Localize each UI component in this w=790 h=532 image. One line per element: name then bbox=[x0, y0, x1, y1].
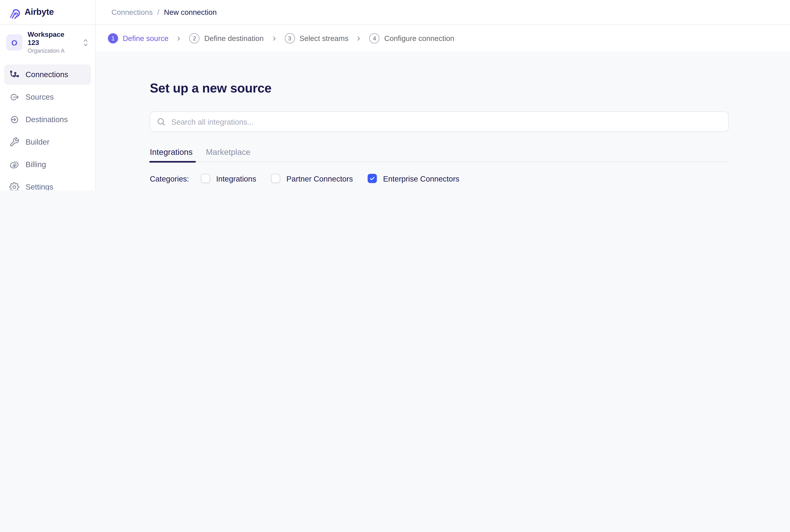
step-label: Configure connection bbox=[384, 34, 454, 42]
brand-wordmark: Airbyte bbox=[24, 7, 54, 17]
filter-integrations[interactable]: Integrations bbox=[201, 174, 256, 183]
filter-label: Enterprise Connectors bbox=[383, 174, 459, 183]
filter-enterprise-connectors[interactable]: Enterprise Connectors bbox=[368, 174, 459, 183]
category-filters: Categories: Integrations Partner Connect… bbox=[150, 174, 729, 183]
wizard-stepper: 1 Define source 2 Define destination 3 S… bbox=[96, 25, 790, 52]
chevron-right-icon bbox=[356, 35, 362, 42]
step-number: 4 bbox=[370, 33, 380, 43]
categories-label: Categories: bbox=[150, 174, 189, 183]
connections-icon bbox=[9, 69, 19, 79]
search-icon bbox=[156, 117, 166, 126]
chevron-right-icon bbox=[271, 35, 277, 42]
checkbox-unchecked[interactable] bbox=[201, 174, 210, 183]
billing-credits-icon bbox=[9, 159, 19, 169]
breadcrumb-separator: / bbox=[157, 8, 159, 16]
sidebar-item-connections[interactable]: Connections bbox=[4, 64, 91, 84]
brand-logo-row: Airbyte bbox=[0, 0, 95, 25]
step-label: Define destination bbox=[204, 34, 264, 42]
airbyte-logo-icon bbox=[7, 6, 21, 19]
workspace-avatar: O bbox=[6, 34, 22, 51]
workspace-name: Workspace 123 bbox=[27, 31, 77, 48]
breadcrumb-current: New connection bbox=[164, 8, 217, 16]
builder-wrench-icon bbox=[9, 137, 19, 147]
workspace-org: Organization A bbox=[27, 47, 77, 55]
search-input[interactable] bbox=[170, 117, 722, 127]
sidebar-item-settings[interactable]: Settings bbox=[4, 177, 91, 190]
sidebar-item-label: Builder bbox=[25, 138, 50, 147]
step-number: 1 bbox=[108, 33, 118, 43]
checkbox-checked[interactable] bbox=[368, 174, 377, 183]
sidebar-nav: Connections Sources Destinations Builder bbox=[0, 60, 95, 190]
chevron-right-icon bbox=[175, 35, 182, 42]
search-bar bbox=[150, 112, 729, 132]
step-define-source[interactable]: 1 Define source bbox=[108, 33, 168, 43]
main-area: Connections / New connection 1 Define so… bbox=[96, 0, 790, 190]
sidebar-item-billing[interactable]: Billing bbox=[4, 154, 91, 175]
breadcrumb-connections-link[interactable]: Connections bbox=[112, 8, 153, 16]
workspace-selector[interactable]: O Workspace 123 Organization A bbox=[0, 25, 95, 60]
sidebar-item-destinations[interactable]: Destinations bbox=[4, 109, 91, 130]
sidebar-item-label: Destinations bbox=[25, 115, 68, 124]
settings-gear-icon bbox=[9, 182, 19, 190]
step-number: 2 bbox=[189, 33, 200, 43]
sidebar-item-label: Billing bbox=[25, 160, 46, 169]
breadcrumb: Connections / New connection bbox=[96, 0, 790, 25]
destinations-icon bbox=[9, 114, 19, 125]
filter-label: Integrations bbox=[216, 174, 256, 183]
sources-icon bbox=[9, 92, 19, 102]
step-configure-connection[interactable]: 4 Configure connection bbox=[370, 33, 454, 43]
checkbox-unchecked[interactable] bbox=[271, 174, 280, 183]
sidebar-item-label: Settings bbox=[25, 183, 53, 190]
content: Set up a new source Integrations Marketp… bbox=[96, 52, 790, 190]
tab-integrations[interactable]: Integrations bbox=[150, 148, 192, 162]
page-title: Set up a new source bbox=[150, 81, 729, 96]
step-label: Define source bbox=[123, 34, 168, 42]
tab-marketplace[interactable]: Marketplace bbox=[206, 148, 250, 162]
workspace-switch-icon bbox=[82, 38, 89, 47]
step-define-destination[interactable]: 2 Define destination bbox=[189, 33, 264, 43]
filter-partner-connectors[interactable]: Partner Connectors bbox=[271, 174, 353, 183]
step-number: 3 bbox=[285, 33, 295, 43]
sidebar-item-sources[interactable]: Sources bbox=[4, 87, 91, 107]
checkmark-icon bbox=[369, 175, 375, 182]
sidebar-item-label: Connections bbox=[25, 70, 68, 79]
tabs: Integrations Marketplace bbox=[150, 148, 729, 162]
step-select-streams[interactable]: 3 Select streams bbox=[285, 33, 349, 43]
step-label: Select streams bbox=[299, 34, 349, 42]
app-root: Airbyte O Workspace 123 Organization A C… bbox=[0, 0, 790, 190]
filter-label: Partner Connectors bbox=[286, 174, 353, 183]
sidebar-item-label: Sources bbox=[25, 93, 54, 101]
sidebar-item-builder[interactable]: Builder bbox=[4, 132, 91, 152]
sidebar: Airbyte O Workspace 123 Organization A C… bbox=[0, 0, 96, 190]
